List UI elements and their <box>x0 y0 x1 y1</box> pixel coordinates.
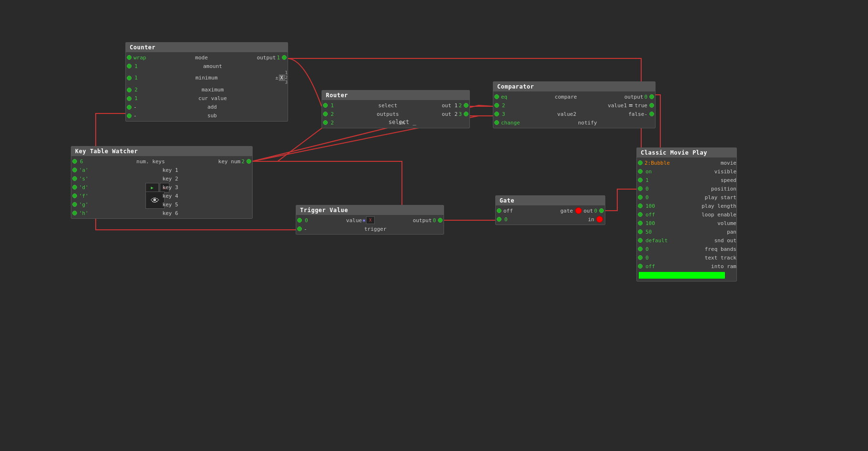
comparator-output-label: output <box>624 94 644 100</box>
gate-out-port[interactable] <box>599 208 604 213</box>
comparator-value2-label: value2 <box>557 111 577 117</box>
comparator-compare-label: compare <box>555 94 577 100</box>
gate-out-label: out <box>584 208 593 214</box>
counter-output-label: output <box>257 55 276 61</box>
ktw-key3-label: key 3 <box>162 184 178 191</box>
cmp-movie-row: 2:Bubble movie <box>637 158 736 167</box>
comparator-eq-port[interactable] <box>494 94 499 99</box>
counter-curvalue-port[interactable] <box>127 96 132 101</box>
cmp-texttrack-val: 0 <box>645 255 649 261</box>
gate-in-label: in <box>588 216 594 223</box>
cmp-visible-row: on visible <box>637 167 736 176</box>
comparator-change-port[interactable] <box>494 120 499 125</box>
gate-gate-port[interactable] <box>497 208 501 213</box>
counter-output-port[interactable] <box>282 55 287 60</box>
gate-in-port[interactable] <box>497 217 501 222</box>
cmp-loopen-label: loop enable <box>701 212 736 218</box>
cmp-movie-port[interactable] <box>638 160 643 165</box>
tv-value-port[interactable] <box>297 218 302 223</box>
ktw-key2-val: 's' <box>79 176 89 182</box>
counter-amount-label: amount <box>203 63 222 69</box>
ktw-keynum-val: 2 <box>241 158 245 165</box>
cmp-pan-val: 50 <box>645 229 652 235</box>
router-select-port[interactable] <box>323 103 328 108</box>
cmp-progress-bar <box>639 272 725 279</box>
counter-sub-row: - sub <box>126 112 288 120</box>
ktw-key5-port[interactable] <box>72 202 77 207</box>
comparator-eq-sign: = <box>629 101 633 109</box>
cmp-texttrack-label: text track <box>705 255 736 261</box>
comparator-true-label: true <box>635 102 648 109</box>
ktw-key4-port[interactable] <box>72 193 77 198</box>
router-in-val: 2 <box>331 120 334 126</box>
counter-add-port[interactable] <box>127 105 132 110</box>
cmp-playlength-port[interactable] <box>638 203 643 208</box>
ktw-key2-row: 's' key 2 ▶ ✕ 👁 <box>71 174 252 183</box>
comparator-false-port[interactable] <box>649 112 654 116</box>
cmp-texttrack-port[interactable] <box>638 255 643 260</box>
ktw-key6-row: 'h' key 6 <box>71 209 252 217</box>
comparator-output-port[interactable] <box>649 94 654 99</box>
counter-minimum-row: 1 minimum ± X 123 <box>126 70 288 86</box>
counter-sub-val: - <box>134 113 137 119</box>
cmp-loopen-port[interactable] <box>638 212 643 217</box>
cmp-visible-label: visible <box>714 169 736 175</box>
ktw-key5-val: 'g' <box>79 202 89 208</box>
ktw-key1-port[interactable] <box>72 168 77 172</box>
comparator-change-val: change <box>501 120 520 126</box>
comparator-true-port[interactable] <box>649 103 654 108</box>
ktw-key1-label: key 1 <box>162 167 178 173</box>
comparator-value1-val: 2 <box>502 102 505 109</box>
ktw-key2-port[interactable] <box>72 176 77 181</box>
tv-output-label: output <box>413 217 432 224</box>
tv-value-val: 0 <box>305 217 308 224</box>
ktw-numkeys-val: 6 <box>80 158 83 165</box>
tv-output-port[interactable] <box>438 218 443 223</box>
ktw-numkeys-port[interactable] <box>72 159 77 164</box>
comparator-value1-port[interactable] <box>494 103 499 108</box>
comparator-output-val: 0 <box>644 94 647 100</box>
counter-mode-label: mode <box>195 55 208 61</box>
cmp-playlength-val: 100 <box>645 203 655 209</box>
cmp-volume-port[interactable] <box>638 221 643 226</box>
ktw-key6-port[interactable] <box>72 211 77 215</box>
cmp-pan-row: 50 pan <box>637 227 736 236</box>
cmp-loopen-row: off loop enable <box>637 210 736 219</box>
counter-amount-port[interactable] <box>127 64 132 68</box>
ktw-keynum-port[interactable] <box>246 159 251 164</box>
counter-math-box[interactable]: X <box>279 75 285 81</box>
router-in-port[interactable] <box>323 120 328 125</box>
comparator-compare-row: eq compare output 0 <box>493 92 655 101</box>
counter-wrap-port[interactable] <box>127 55 132 60</box>
ktw-numkeys-label: num. keys <box>136 158 165 165</box>
router-out2-port[interactable] <box>464 112 468 116</box>
cmp-position-port[interactable] <box>638 186 643 191</box>
counter-curvalue-val: 1 <box>134 95 138 101</box>
cmp-intoram-port[interactable] <box>638 264 643 269</box>
cmp-position-label: position <box>711 186 736 192</box>
comparator-value2-row: 3 value2 false - <box>493 110 655 118</box>
tv-trigger-port[interactable] <box>297 226 302 231</box>
cmp-visible-port[interactable] <box>638 169 643 174</box>
counter-maximum-port[interactable] <box>127 88 132 92</box>
cmp-playstart-port[interactable] <box>638 195 643 200</box>
router-out2-val: 3 <box>458 111 462 117</box>
counter-sub-port[interactable] <box>127 113 132 118</box>
cmp-speed-port[interactable] <box>638 178 643 182</box>
counter-minimum-port[interactable] <box>127 76 132 80</box>
tv-value-row: 0 value ✶ X output 0 <box>296 216 444 225</box>
cmp-sndout-port[interactable] <box>638 238 643 243</box>
cmp-pan-port[interactable] <box>638 229 643 234</box>
cmp-freqbands-label: freq bands <box>705 246 736 252</box>
router-out1-port[interactable] <box>464 103 468 108</box>
router-outputs-port[interactable] <box>323 112 328 116</box>
ktw-key3-port[interactable] <box>72 185 77 190</box>
comparator-value2-port[interactable] <box>494 112 499 116</box>
counter-body: wrap mode output 1 1 amount 1 <box>126 52 288 121</box>
cmp-freqbands-port[interactable] <box>638 247 643 251</box>
tv-x-box[interactable]: X <box>366 216 375 224</box>
ktw-key6-label: key 6 <box>162 210 178 216</box>
ktw-numkeys-row: 6 num. keys key num 2 <box>71 157 252 166</box>
trigger-value-node: Trigger Value 0 value ✶ X output 0 - tri… <box>296 205 444 235</box>
cmp-playlength-row: 100 play length <box>637 202 736 210</box>
